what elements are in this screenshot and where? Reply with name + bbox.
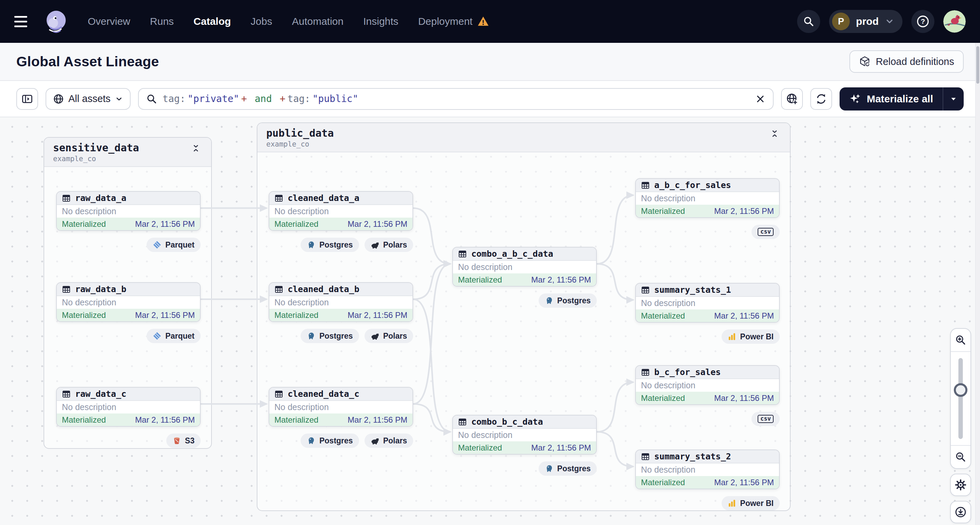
- asset-status: Materialized: [274, 310, 318, 320]
- table-icon: [62, 285, 71, 294]
- table-icon: [274, 390, 283, 399]
- zoom-slider[interactable]: [951, 351, 970, 446]
- asset-group-header[interactable]: public_data example_co: [258, 123, 790, 152]
- help-button[interactable]: ?: [911, 10, 934, 33]
- collapse-group-button[interactable]: [768, 127, 781, 142]
- asset-node-summary-stats-2[interactable]: summary_stats_2 No description Materiali…: [635, 450, 780, 489]
- menu-icon[interactable]: [14, 11, 36, 32]
- toggle-sidebar-button[interactable]: [16, 88, 38, 110]
- asset-node-raw-data-c[interactable]: raw_data_c No description Materialized M…: [56, 387, 200, 427]
- nav-item-jobs[interactable]: Jobs: [251, 16, 272, 27]
- asset-node-raw-data-a[interactable]: raw_data_a No description Materialized M…: [56, 191, 200, 231]
- kind-badge-postgres: Postgres: [539, 293, 597, 308]
- graph-settings-button[interactable]: [950, 474, 971, 496]
- asset-title: summary_stats_1: [654, 285, 731, 295]
- asset-node-b-c-for-sales[interactable]: b_c_for_sales No description Materialize…: [635, 365, 780, 405]
- badge-label: Postgres: [319, 331, 353, 341]
- kind-badge-polars: Polars: [364, 329, 413, 343]
- badge-label: Parquet: [165, 331, 194, 341]
- deployment-switcher[interactable]: P prod: [829, 10, 902, 33]
- asset-status: Materialized: [641, 311, 685, 321]
- asset-timestamp: Mar 2, 11:56 PM: [347, 219, 407, 229]
- refresh-graph-button[interactable]: [810, 88, 832, 110]
- query-token: +: [241, 93, 247, 104]
- globe-icon: [53, 94, 64, 104]
- asset-description: No description: [269, 205, 412, 218]
- asset-badges: csv: [635, 225, 780, 239]
- nav-right-cluster: P prod ?: [797, 10, 966, 33]
- postgres-icon: [545, 296, 554, 305]
- caret-down-icon: [949, 94, 958, 103]
- dagster-logo-icon[interactable]: [43, 9, 68, 33]
- kind-badge-postgres: Postgres: [539, 461, 597, 476]
- kind-badge-polars: Polars: [364, 434, 413, 448]
- refresh-icon: [815, 93, 827, 105]
- asset-badges: Parquet: [56, 329, 200, 343]
- asset-description: No description: [636, 192, 779, 205]
- dagster-app: Overview Runs Catalog Jobs Automation In…: [0, 0, 980, 525]
- asset-node-raw-data-b[interactable]: raw_data_b No description Materialized M…: [56, 282, 200, 322]
- asset-node-cleaned-data-b[interactable]: cleaned_data_b No description Materializ…: [269, 282, 413, 322]
- csv-icon: csv: [757, 228, 773, 236]
- nav-item-automation[interactable]: Automation: [292, 16, 344, 27]
- asset-title: raw_data_b: [75, 284, 127, 294]
- collapse-group-button[interactable]: [189, 142, 202, 156]
- zoom-in-button[interactable]: [951, 329, 970, 351]
- gear-icon: [955, 479, 967, 491]
- table-icon: [458, 250, 467, 258]
- asset-title: combo_a_b_c_data: [471, 249, 553, 259]
- user-avatar[interactable]: [943, 10, 966, 33]
- asset-title: cleaned_data_a: [288, 193, 360, 203]
- kind-badge-s3: S3: [166, 434, 200, 448]
- asset-graph-settings-button[interactable]: [781, 88, 803, 110]
- badge-label: Polars: [383, 436, 407, 445]
- reload-definitions-button[interactable]: Reload definitions: [850, 50, 964, 73]
- materialize-all-button[interactable]: Materialize all: [840, 88, 943, 110]
- asset-node-combo-a-b-c-data[interactable]: combo_a_b_c_data No description Material…: [452, 247, 597, 286]
- collapse-icon: [191, 144, 200, 153]
- nav-item-insights[interactable]: Insights: [363, 16, 398, 27]
- zoom-slider-handle[interactable]: [954, 383, 967, 397]
- lineage-canvas[interactable]: sensitive_data example_co public_data ex…: [0, 117, 980, 525]
- asset-group-header[interactable]: sensitive_data example_co: [44, 138, 211, 167]
- polars-icon: [371, 437, 380, 445]
- asset-description: No description: [269, 296, 412, 309]
- zoom-controls: [950, 328, 971, 469]
- asset-node-cleaned-data-a[interactable]: cleaned_data_a No description Materializ…: [269, 191, 413, 231]
- group-title: public_data: [266, 127, 334, 139]
- asset-title: raw_data_c: [75, 389, 127, 399]
- vertical-scrollbar[interactable]: [975, 43, 980, 525]
- asset-title: cleaned_data_c: [288, 389, 360, 399]
- scrollbar-thumb[interactable]: [976, 46, 979, 84]
- asset-description: No description: [453, 261, 596, 274]
- asset-timestamp: Mar 2, 11:56 PM: [135, 415, 195, 425]
- zoom-in-icon: [955, 334, 966, 346]
- kind-badge-postgres: Postgres: [301, 238, 359, 252]
- asset-scope-dropdown[interactable]: All assets: [46, 88, 130, 110]
- asset-status: Materialized: [62, 415, 106, 425]
- clear-search-button[interactable]: [755, 94, 765, 104]
- materialize-options-button[interactable]: [943, 88, 964, 110]
- asset-node-cleaned-data-c[interactable]: cleaned_data_c No description Materializ…: [269, 387, 413, 427]
- download-graph-button[interactable]: [950, 501, 971, 523]
- asset-description: No description: [57, 401, 200, 414]
- nav-item-runs[interactable]: Runs: [150, 16, 174, 27]
- asset-description: No description: [453, 429, 596, 441]
- search-button[interactable]: [797, 10, 820, 33]
- asset-status: Materialized: [641, 393, 685, 403]
- zoom-out-button[interactable]: [951, 446, 970, 468]
- collapse-icon: [770, 129, 779, 138]
- asset-node-a-b-c-for-sales[interactable]: a_b_c_for_sales No description Materiali…: [635, 178, 780, 218]
- badge-label: Postgres: [557, 296, 591, 305]
- sparkles-icon: [849, 93, 861, 105]
- nav-item-overview[interactable]: Overview: [88, 16, 130, 27]
- deployment-name: prod: [856, 16, 879, 27]
- parquet-icon: [153, 331, 162, 340]
- nav-item-deployment[interactable]: Deployment: [418, 16, 489, 27]
- postgres-icon: [307, 240, 315, 249]
- badge-label: Postgres: [557, 464, 591, 473]
- asset-node-combo-b-c-data[interactable]: combo_b_c_data No description Materializ…: [452, 415, 597, 455]
- asset-search-input[interactable]: tag: "private" + and + tag: "public": [138, 88, 773, 110]
- asset-node-summary-stats-1[interactable]: summary_stats_1 No description Materiali…: [635, 283, 780, 323]
- nav-item-catalog[interactable]: Catalog: [194, 16, 231, 27]
